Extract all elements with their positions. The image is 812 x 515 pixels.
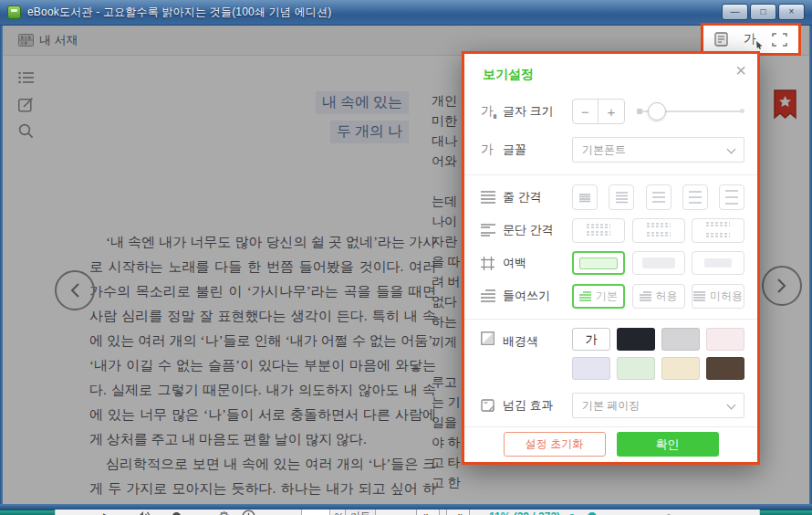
line-spacing-option-4[interactable] xyxy=(682,184,708,210)
bg-swatch-green[interactable] xyxy=(617,357,655,380)
reset-settings-button[interactable]: 설정 초기화 xyxy=(504,432,606,457)
indent-label: 들여쓰기 xyxy=(503,288,572,304)
line-spacing-option-3[interactable] xyxy=(646,184,671,210)
font-size-slider[interactable] xyxy=(637,110,744,112)
bg-swatch-cream[interactable] xyxy=(661,357,700,380)
line-spacing-option-5[interactable] xyxy=(719,184,744,210)
divider xyxy=(464,426,757,427)
font-size-slider-thumb[interactable] xyxy=(648,102,666,121)
paragraph-spacing-option-1[interactable] xyxy=(572,218,625,243)
paragraph-spacing-option-3[interactable] xyxy=(692,218,744,243)
paragraph-spacing-option-2[interactable] xyxy=(632,218,685,243)
window-title: eBook도서관 - 고요할수록 밝아지는 것들(100쇄 기념 에디션) xyxy=(27,5,331,20)
line-spacing-option-2[interactable] xyxy=(609,184,634,210)
volume-slider-thumb[interactable] xyxy=(172,512,181,515)
font-face-icon: 가 xyxy=(481,142,503,158)
page-turn-icon xyxy=(481,399,503,413)
font-size-label: 글자 크기 xyxy=(503,103,572,120)
background-color-label: 배경색 xyxy=(503,333,572,350)
margin-option-3[interactable] xyxy=(692,251,744,275)
bg-swatch-gray[interactable] xyxy=(661,328,700,351)
margin-label: 여백 xyxy=(503,255,572,271)
view-settings-icon[interactable]: 가 xyxy=(744,31,756,47)
bg-swatch-dark[interactable] xyxy=(617,328,655,351)
minimize-button[interactable]: — xyxy=(722,4,748,20)
fullscreen-icon[interactable] xyxy=(772,33,787,47)
bg-swatch-brown[interactable] xyxy=(706,357,744,380)
margin-option-2[interactable] xyxy=(632,251,685,275)
page-info-icon[interactable] xyxy=(714,32,728,47)
indent-option-allow[interactable]: 허용 xyxy=(632,284,685,309)
paragraph-spacing-icon xyxy=(481,224,503,236)
indent-icon xyxy=(481,289,503,302)
chevron-down-icon xyxy=(727,145,736,154)
view-settings-panel: 보기설정 × 가▖ 글자 크기 − + xyxy=(462,51,760,465)
bg-swatch-white-selected[interactable]: 가 xyxy=(572,328,610,351)
margin-icon xyxy=(481,257,503,270)
divider xyxy=(464,174,757,175)
close-panel-icon[interactable]: × xyxy=(735,61,746,79)
confirm-button[interactable]: 확인 xyxy=(617,432,719,457)
app-logo-icon xyxy=(7,5,21,19)
cursor-pointer-icon xyxy=(756,41,763,49)
font-face-label: 글꼴 xyxy=(503,142,572,158)
page-turn-label: 넘김 효과 xyxy=(503,397,572,414)
indent-option-default[interactable]: 기본 xyxy=(572,284,625,309)
background-color-icon xyxy=(481,331,503,345)
font-size-minus-button[interactable]: − xyxy=(573,100,599,123)
bg-swatch-pink[interactable] xyxy=(706,328,744,351)
page-turn-dropdown[interactable]: 기본 페이징 xyxy=(572,393,744,418)
chevron-down-icon xyxy=(727,401,736,410)
indent-option-disallow[interactable]: 미허용 xyxy=(692,284,744,309)
panel-title: 보기설정 xyxy=(483,67,534,83)
font-size-stepper: − + xyxy=(572,99,625,124)
titlebar: eBook도서관 - 고요할수록 밝아지는 것들(100쇄 기념 에디션) — … xyxy=(0,0,812,26)
line-spacing-icon xyxy=(481,191,503,204)
bg-swatch-lavender[interactable] xyxy=(572,357,610,380)
margin-option-1[interactable] xyxy=(572,251,625,275)
line-spacing-option-1[interactable] xyxy=(572,184,598,210)
font-face-value: 기본폰트 xyxy=(582,142,626,158)
line-spacing-label: 줄 간격 xyxy=(503,189,572,205)
font-size-icon: 가▖ xyxy=(481,103,503,120)
window-border xyxy=(0,504,812,510)
maximize-button[interactable]: □ xyxy=(750,4,776,20)
page-turn-value: 기본 페이징 xyxy=(582,398,640,414)
paragraph-spacing-label: 문단 간격 xyxy=(503,222,572,238)
close-window-button[interactable]: × xyxy=(778,4,805,20)
app-window: eBook도서관 - 고요할수록 밝아지는 것들(100쇄 기념 에디션) — … xyxy=(0,0,812,515)
font-size-plus-button[interactable]: + xyxy=(599,100,624,123)
divider xyxy=(464,319,757,320)
progress-slider-thumb[interactable] xyxy=(588,512,597,515)
background-color-swatches: 가 xyxy=(572,328,744,380)
font-face-dropdown[interactable]: 기본폰트 xyxy=(572,137,744,163)
